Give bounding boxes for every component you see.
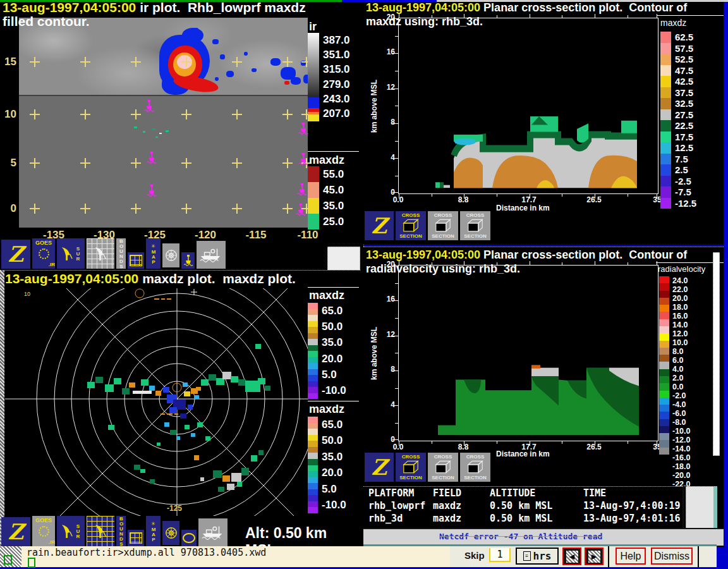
buoy-button[interactable]: [181, 252, 195, 269]
colorbar-swatch: [660, 198, 671, 209]
colorbar-label: 2.5: [675, 164, 707, 176]
cross-section-button-3[interactable]: CROSSSECTION: [460, 453, 490, 482]
axis-tick: [395, 106, 398, 106]
colorbar-swatch: [660, 154, 671, 165]
hours-unit-button[interactable]: ≡ hrs: [516, 548, 559, 565]
zebra-display-root: 13-aug-1997,04:05:00 ir plot. Rhb_lowprf…: [0, 0, 728, 569]
colorbar-swatch: [308, 333, 318, 340]
grid-icon: [130, 255, 142, 266]
bounds-button[interactable]: BOUNDS: [116, 516, 126, 546]
ppi-radar-canvas[interactable]: 10 -125: [5, 288, 308, 516]
divider: [698, 546, 699, 567]
separator: [657, 15, 724, 16]
zebra-logo-button[interactable]: Z: [365, 211, 394, 240]
xsec-toolbar: Z CROSSSECTION CROSSSECTION CROSSSECTION: [365, 211, 490, 242]
colorbar-swatch: [308, 495, 318, 501]
scrollbar-accent: [713, 486, 717, 528]
cross-section-button-1[interactable]: CROSSSECTION: [396, 211, 426, 240]
buoy-icon: [147, 152, 157, 164]
separator: [308, 401, 359, 401]
surveillance-radar-button[interactable]: SUR: [57, 238, 85, 269]
skip-value-input[interactable]: [489, 548, 511, 562]
colorbar-label: 4.0: [672, 365, 705, 374]
ship-button[interactable]: [198, 518, 228, 546]
cube-icon: [465, 460, 485, 475]
colorbar-label: 22.0: [672, 285, 705, 294]
colorbar-title-maxdz: maxdz: [309, 154, 344, 167]
colorbar-label: 35.0: [322, 449, 358, 465]
zebra-z-glyph: Z: [8, 243, 24, 265]
goes-ir-button[interactable]: GOES .IR: [32, 238, 55, 269]
xsec-toolbar: Z CROSSSECTION CROSSSECTION CROSSSECTION: [365, 453, 490, 483]
cross-section-button-1[interactable]: CROSSSECTION: [396, 453, 426, 482]
cube-icon: [401, 218, 421, 233]
colorbar-swatch: [659, 283, 669, 290]
colorbar-swatch: [659, 333, 669, 340]
axis-tick: [497, 441, 497, 444]
surveillance-radar-button[interactable]: SUR: [57, 516, 85, 546]
cross-section-button-2[interactable]: CROSSSECTION: [428, 211, 458, 240]
small-grid-button[interactable]: [128, 252, 144, 269]
y-tick: 4: [380, 400, 395, 409]
colorbar-swatch: [308, 363, 318, 369]
table-scrollbar[interactable]: [686, 486, 715, 529]
cube-icon: [465, 218, 485, 233]
xsec-plot-area[interactable]: [398, 265, 658, 441]
colorbar-swatch: [308, 321, 318, 327]
xsec-plot-area[interactable]: [398, 18, 658, 194]
step-back-button[interactable]: ◀: [562, 548, 581, 565]
colorbar-maxdz-swatches: [308, 166, 319, 229]
axis-tick: [395, 176, 398, 176]
cross-section-button-3[interactable]: CROSSSECTION: [460, 211, 490, 240]
dismiss-button[interactable]: Dismiss: [651, 548, 693, 565]
cell-altitude: 0.50 km MSL: [490, 499, 583, 512]
ir-plot-title-line2: filled contour.: [3, 15, 90, 28]
separator: [308, 287, 359, 288]
ppi-title: 13-aug-1997,04:05:00 maxdz plot. maxdz p…: [5, 272, 296, 286]
axis-tick: [657, 14, 657, 18]
xsection-radvel-window: 13-aug-1997,04:05:00 Planar cross-sectio…: [363, 247, 724, 547]
divider: [608, 546, 609, 567]
map-button[interactable]: ✳MAP: [146, 516, 161, 546]
goes-label: GOES: [35, 240, 52, 246]
ship-button[interactable]: [197, 241, 226, 269]
zebra-logo-button[interactable]: Z: [1, 240, 30, 269]
zebra-logo-button[interactable]: Z: [365, 453, 394, 482]
circle-button[interactable]: [181, 530, 197, 546]
colorbar-swatch: [660, 132, 671, 143]
colorbar-label: 279.0: [323, 77, 358, 92]
terminal-command-line: rain.beaufort:ir>xdump.all 970813.0405.x…: [27, 547, 266, 558]
buoy-icon: [298, 153, 308, 165]
axis-tick: [395, 353, 398, 353]
cube-icon: [433, 218, 453, 233]
section-label: SECTION: [399, 233, 422, 239]
colorbar-label: 18.0: [672, 303, 705, 312]
colorbar-label: 243.0: [323, 92, 358, 106]
table-row: rhb_3d maxdz 0.50 km MSL 13-Aug-97,4:01:…: [368, 512, 682, 525]
wheel-icon: [164, 526, 178, 540]
colorbar-swatch: [308, 198, 319, 214]
small-grid-button[interactable]: [128, 530, 144, 546]
colorbar-label: 25.0: [323, 214, 358, 229]
terminal-window[interactable]: rain.beaufort:ir>xdump.all 970813.0405.x…: [21, 546, 450, 567]
colorbar-label: -20.0: [672, 471, 705, 480]
vertical-scrollbar[interactable]: [713, 252, 720, 456]
radar-grid-button[interactable]: [87, 238, 114, 269]
help-button[interactable]: Help: [616, 548, 646, 565]
map-button[interactable]: ✳MAP: [146, 238, 161, 269]
colorbar-label: -12.0: [672, 436, 705, 444]
radar-grid-button[interactable]: [87, 516, 114, 546]
step-forward-button[interactable]: ▶: [585, 548, 604, 565]
xsection-maxdz-window: 13-aug-1997,04:05:00 Planar cross-sectio…: [363, 0, 724, 245]
axis-tick: [395, 71, 398, 71]
colorbar-swatch: [308, 303, 318, 309]
bounds-button[interactable]: BOUNDS: [116, 238, 126, 269]
colorbar-swatch: [308, 483, 318, 489]
colorbar-label: 32.5: [675, 98, 707, 109]
colorbar-swatch: [659, 398, 669, 405]
wheel-button[interactable]: [162, 521, 179, 545]
zebra-logo-button[interactable]: Z: [1, 517, 30, 546]
wheel-button[interactable]: [162, 243, 179, 267]
cross-section-button-2[interactable]: CROSSSECTION: [428, 453, 458, 482]
goes-ir-button[interactable]: GOES .IR: [32, 516, 55, 546]
